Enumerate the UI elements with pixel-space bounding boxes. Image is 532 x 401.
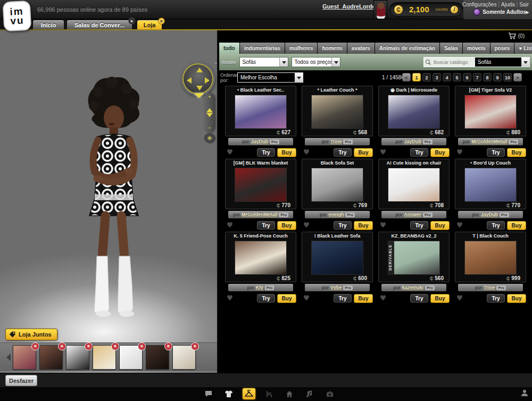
page-button-2[interactable]: 2 xyxy=(422,73,431,81)
try-button[interactable]: Try xyxy=(257,221,275,230)
page-button-1[interactable]: 1 xyxy=(412,73,421,81)
close-icon[interactable]: × xyxy=(158,18,165,24)
category-tab-m-veis[interactable]: móveis xyxy=(463,43,489,54)
close-icon[interactable]: × xyxy=(128,18,135,24)
page-button-6[interactable]: 6 xyxy=(463,73,471,81)
category-filter-select[interactable]: Sofás xyxy=(239,57,288,67)
product-box[interactable]: • Black Leather Sec..₵ 627 xyxy=(225,86,296,136)
remove-icon[interactable]: × xyxy=(138,342,146,350)
creator-link[interactable]: oneigh xyxy=(328,212,344,217)
credits-info-icon[interactable]: i xyxy=(451,6,458,13)
remove-icon[interactable]: × xyxy=(111,342,119,350)
camera-zoom-slider[interactable]: + − xyxy=(204,93,215,132)
wishlist-heart-icon[interactable] xyxy=(456,220,463,230)
creator-link[interactable]: Trine xyxy=(484,285,495,290)
category-tab-homens[interactable]: homens xyxy=(318,43,346,54)
product-image[interactable] xyxy=(388,95,440,129)
category-tab-tudo[interactable]: tudo xyxy=(219,43,239,54)
try-button[interactable]: Try xyxy=(257,294,275,302)
creator-link[interactable]: Trine xyxy=(330,139,342,144)
music-note-icon[interactable] xyxy=(303,388,316,399)
buy-button[interactable]: Buy xyxy=(354,294,373,303)
exit-link[interactable]: Sair xyxy=(519,2,529,7)
buy-button[interactable]: Buy xyxy=(354,148,373,157)
buy-button[interactable]: Buy xyxy=(277,294,296,303)
camera-rotate-pad[interactable] xyxy=(181,62,215,96)
camera-pan-button[interactable]: ✥ xyxy=(204,133,215,143)
product-box[interactable]: T | Black Couch₵ 999 xyxy=(455,232,526,282)
creator-link[interactable]: JayDub xyxy=(480,212,498,217)
thumbnail-face-makeup[interactable]: × xyxy=(39,345,63,370)
product-image[interactable] xyxy=(464,168,517,202)
thumbnail-nails[interactable]: × xyxy=(13,345,36,370)
product-image[interactable] xyxy=(464,241,517,275)
sort-select[interactable]: Melhor Escolha xyxy=(237,72,303,83)
thumbnail-eye-makeup[interactable]: × xyxy=(146,345,169,370)
thumbnail-script-card[interactable]: × xyxy=(119,345,143,370)
product-image[interactable]: DERIVABLE xyxy=(388,241,440,275)
remove-icon[interactable]: × xyxy=(164,342,172,350)
people-icon[interactable] xyxy=(520,389,529,399)
category-tab-mulheres[interactable]: mulheres xyxy=(285,43,317,54)
page-button-7[interactable]: 7 xyxy=(473,73,481,81)
wishlist-heart-icon[interactable] xyxy=(379,220,387,230)
chat-bubble-icon[interactable] xyxy=(202,388,215,399)
product-box[interactable]: Black Sofa Set₵ 769 xyxy=(302,159,373,209)
try-button[interactable]: Try xyxy=(487,148,505,157)
try-button[interactable]: Try xyxy=(334,294,352,302)
product-box[interactable]: KZ_BEANBAG v2_2DERIVABLE₵ 560 xyxy=(378,232,450,282)
creator-link[interactable]: kazemuki xyxy=(402,285,423,290)
search-scope-select[interactable]: Sofás xyxy=(475,57,530,67)
product-box[interactable]: A! Cute kissing on chair₵ 708 xyxy=(378,159,450,209)
zoom-out-icon[interactable]: − xyxy=(208,126,211,130)
credits-display[interactable]: ₵ 2,100 credits i xyxy=(389,2,463,17)
try-button[interactable]: Try xyxy=(410,294,428,302)
next-page-button[interactable]: > xyxy=(513,73,522,81)
remove-icon[interactable]: × xyxy=(85,342,93,350)
shirt-icon[interactable] xyxy=(222,388,235,399)
wishlist-heart-icon[interactable] xyxy=(226,293,234,303)
try-button[interactable]: Try xyxy=(487,294,505,302)
product-box[interactable]: [GM] Tiger Sofa V2₵ 880 xyxy=(455,86,526,136)
product-image[interactable] xyxy=(235,241,287,275)
creator-link[interactable]: MrGoldenMetall xyxy=(242,212,278,217)
category-tab-poses[interactable]: poses xyxy=(491,43,514,54)
product-box[interactable]: [GM] BLK Warm blanket₵ 770 xyxy=(225,159,296,209)
wishlist-heart-icon[interactable] xyxy=(303,148,310,157)
creator-link[interactable]: JayDub xyxy=(251,139,268,144)
creator-link[interactable]: MrGoldenMetall xyxy=(471,139,508,144)
wishlist-heart-icon[interactable] xyxy=(226,220,234,230)
imvu-logo[interactable]: im vu xyxy=(3,1,32,32)
rotate-down-arrow-icon[interactable] xyxy=(196,86,203,91)
chair-icon[interactable] xyxy=(263,388,276,399)
try-button[interactable]: Try xyxy=(410,221,428,230)
rotate-left-arrow-icon[interactable] xyxy=(187,77,192,84)
buy-button[interactable]: Buy xyxy=(507,221,526,230)
zoom-handle-icon[interactable] xyxy=(206,108,213,117)
avatar-figure[interactable] xyxy=(63,73,164,323)
page-button-9[interactable]: 9 xyxy=(493,73,502,81)
camera-icon[interactable] xyxy=(323,388,336,399)
page-button-5[interactable]: 5 xyxy=(453,73,461,81)
product-image[interactable] xyxy=(388,168,440,202)
buy-button[interactable]: Buy xyxy=(354,221,373,230)
try-button[interactable]: Try xyxy=(257,148,275,157)
thumbnail-bw-pattern[interactable]: × xyxy=(66,345,89,370)
creator-link[interactable]: Answer xyxy=(404,212,421,217)
price-filter-select[interactable]: Todos os preços xyxy=(292,57,340,67)
page-button-3[interactable]: 3 xyxy=(433,73,441,81)
product-box[interactable]: K. 5 Friend-Pose Couch₵ 825 xyxy=(225,232,296,282)
buy-button[interactable]: Buy xyxy=(277,221,296,230)
wishlist-heart-icon[interactable] xyxy=(303,293,310,303)
buy-button[interactable]: Buy xyxy=(430,221,450,230)
home-icon[interactable] xyxy=(283,388,296,399)
product-image[interactable] xyxy=(311,95,363,129)
wishlist-heart-icon[interactable] xyxy=(456,293,463,303)
thumbnail-hairstyle[interactable]: × xyxy=(172,345,196,370)
page-button-8[interactable]: 8 xyxy=(483,73,492,81)
try-button[interactable]: Try xyxy=(487,221,505,230)
username-link[interactable]: Guest_AudreLorde xyxy=(322,3,376,10)
buy-button[interactable]: Buy xyxy=(430,148,450,157)
page-button-10[interactable]: 10 xyxy=(503,73,512,81)
hanger-icon[interactable] xyxy=(243,388,255,399)
